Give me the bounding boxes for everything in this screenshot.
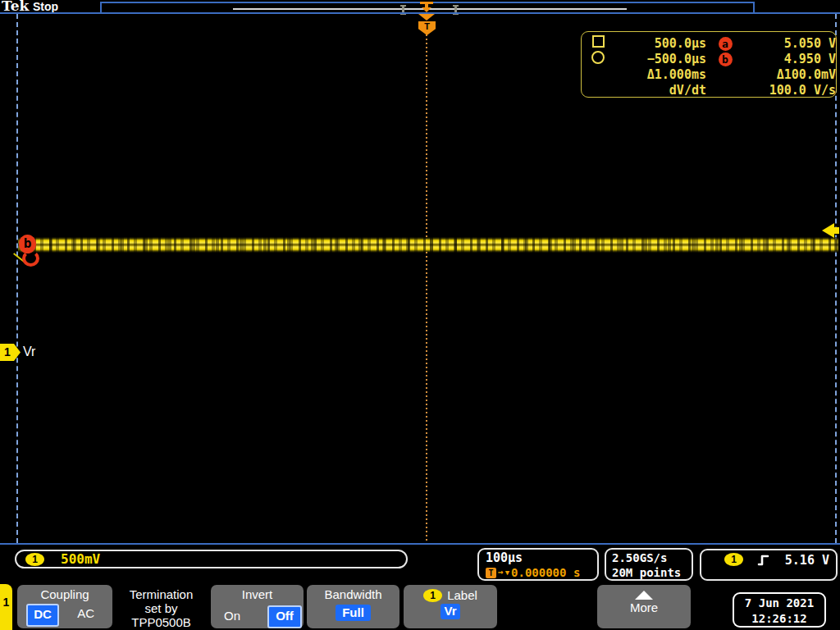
cursor-a-value: 5.050 V bbox=[784, 36, 836, 51]
channel1-menu-tab[interactable]: 1 bbox=[0, 584, 12, 630]
bandwidth-button[interactable]: Bandwidth Full bbox=[307, 585, 399, 628]
channel1-label: Vr bbox=[23, 345, 35, 359]
trigger-t-icon: T bbox=[486, 568, 496, 578]
acquisition-status: Stop bbox=[33, 0, 58, 13]
record-length: 20M points bbox=[612, 565, 686, 580]
termination-line3: TPP0500B bbox=[115, 615, 208, 629]
termination-info: Termination set by TPP0500B bbox=[115, 586, 208, 629]
cursor-b-marker[interactable]: b bbox=[19, 235, 36, 253]
time-value: 12:26:12 bbox=[734, 611, 824, 627]
coupling-title: Coupling bbox=[17, 587, 112, 602]
graticule-bottom-border bbox=[0, 543, 840, 545]
cursor-delta-value: Δ100.0mV bbox=[777, 67, 836, 82]
trigger-position-line bbox=[426, 14, 427, 543]
cursor-readout-box: 500.0µs a 5.050 V −500.0µs b 4.950 V Δ1.… bbox=[581, 31, 837, 98]
trigger-level-arrow-tail bbox=[833, 227, 839, 234]
bandwidth-title: Bandwidth bbox=[307, 587, 399, 602]
trigger-source-badge: 1 bbox=[724, 553, 743, 566]
cursor-b-circle-icon bbox=[591, 51, 605, 67]
trigger-level-arrow-icon[interactable] bbox=[822, 223, 834, 238]
cursor-a-square-icon bbox=[592, 35, 605, 51]
cursor-dvdt-value: 100.0 V/s bbox=[769, 83, 836, 98]
oscilloscope-screen: Tek Stop T b 1 Vr 500.0µs a 5.050 V −500… bbox=[0, 0, 840, 630]
coupling-dc-option[interactable]: DC bbox=[26, 604, 59, 627]
cursor-b-value: 4.950 V bbox=[784, 52, 836, 66]
label-title: Label bbox=[447, 588, 477, 602]
horizontal-position: 0.000000 s bbox=[511, 565, 580, 580]
sample-rate: 2.50GS/s bbox=[612, 550, 686, 565]
channel1-scale: 500mV bbox=[61, 551, 100, 567]
cursor-b-badge: b bbox=[719, 52, 733, 66]
timebase-value: 100µs bbox=[486, 550, 591, 565]
trigger-level-value: 5.16 V bbox=[785, 553, 829, 568]
delay-triangle-icon: ▼ bbox=[505, 565, 509, 580]
invert-button[interactable]: Invert On Off bbox=[211, 585, 304, 628]
more-label: More bbox=[597, 600, 691, 614]
invert-off-option[interactable]: Off bbox=[267, 605, 302, 628]
label-button[interactable]: 1 Label Vr bbox=[404, 585, 497, 628]
chevron-up-icon bbox=[635, 591, 653, 600]
cursor-b-time: −500.0µs bbox=[647, 52, 706, 66]
label-channel-badge: 1 bbox=[423, 589, 442, 602]
trigger-position-arrow-icon[interactable] bbox=[418, 14, 435, 21]
datetime-display: 7 Jun 2021 12:26:12 bbox=[733, 592, 826, 628]
cursor-dvdt-label: dV/dt bbox=[669, 83, 706, 98]
termination-line1: Termination bbox=[115, 587, 208, 601]
arrow-right-icon: → bbox=[498, 565, 504, 580]
more-button[interactable]: More bbox=[597, 585, 691, 628]
trigger-readout: 1 5.16 V bbox=[700, 549, 838, 581]
date-value: 7 Jun 2021 bbox=[734, 596, 824, 611]
termination-line2: set by bbox=[115, 601, 208, 615]
bandwidth-full-option[interactable]: Full bbox=[336, 605, 371, 621]
invert-title: Invert bbox=[211, 587, 304, 602]
channel1-scale-readout: 1 500mV bbox=[15, 550, 408, 568]
channel1-waveform-trace bbox=[18, 237, 838, 253]
coupling-ac-option[interactable]: AC bbox=[77, 606, 94, 620]
label-value[interactable]: Vr bbox=[441, 604, 459, 619]
cursor-a-time: 500.0µs bbox=[655, 36, 706, 51]
acquisition-readout: 2.50GS/s 20M points bbox=[605, 548, 693, 581]
invert-on-option[interactable]: On bbox=[224, 609, 240, 623]
horizontal-readout: 100µs T → ▼ 0.000000 s bbox=[477, 548, 599, 581]
coupling-button[interactable]: Coupling DC AC bbox=[17, 585, 112, 628]
cursor-delta-time: Δ1.000ms bbox=[647, 67, 706, 82]
cursor-a-badge: a bbox=[719, 36, 733, 51]
channel1-badge: 1 bbox=[25, 553, 44, 566]
rising-edge-icon bbox=[756, 553, 771, 568]
